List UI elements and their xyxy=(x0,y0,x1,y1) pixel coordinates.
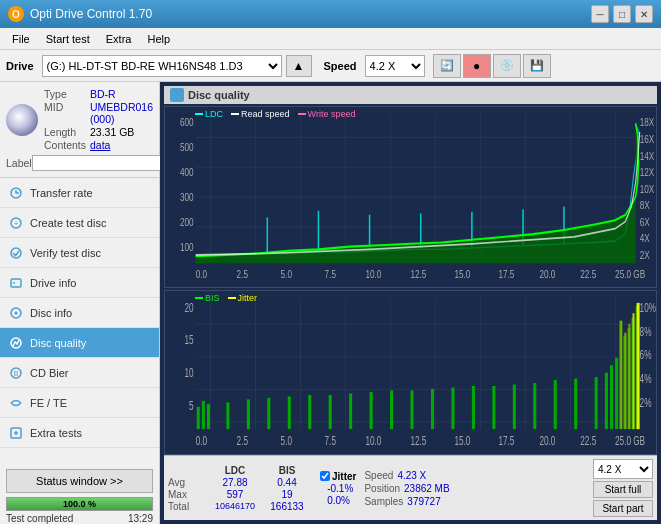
chart2-svg: 20 15 10 5 10% 8% 6% 4% 2% 0.0 2.5 5.0 7… xyxy=(165,291,656,454)
svg-rect-73 xyxy=(370,392,373,429)
status-time: 13:29 xyxy=(128,513,153,524)
cd-bier-icon: B xyxy=(8,365,24,381)
ldc-avg: 27.88 xyxy=(210,477,260,488)
chart1: LDC Read speed Write speed xyxy=(164,106,657,288)
disc-quality-header: Disc quality xyxy=(164,86,657,104)
svg-text:20: 20 xyxy=(185,301,194,314)
speed-select[interactable]: 4.2 X 2.0 X 8.0 X xyxy=(365,55,425,77)
svg-text:12X: 12X xyxy=(640,166,655,179)
svg-text:15.0: 15.0 xyxy=(454,435,470,448)
speed-select-stat[interactable]: 4.2 X 2.0 X 8.0 X xyxy=(593,459,653,479)
legend-write-speed: Write speed xyxy=(308,109,356,119)
svg-text:12.5: 12.5 xyxy=(411,268,427,281)
drive-info-label: Drive info xyxy=(30,277,76,289)
nav-transfer-rate[interactable]: Transfer rate xyxy=(0,178,159,208)
svg-text:8%: 8% xyxy=(640,325,652,338)
ldc-total: 10646170 xyxy=(210,501,260,512)
disc-icon xyxy=(6,104,38,136)
save-button[interactable]: 💾 xyxy=(523,54,551,78)
svg-text:20.0: 20.0 xyxy=(539,435,555,448)
svg-text:300: 300 xyxy=(180,191,194,204)
svg-text:10.0: 10.0 xyxy=(365,268,381,281)
nav-disc-quality[interactable]: Disc quality xyxy=(0,328,159,358)
nav-verify-test-disc[interactable]: Verify test disc xyxy=(0,238,159,268)
refresh-button[interactable]: 🔄 xyxy=(433,54,461,78)
disc-button[interactable]: 💿 xyxy=(493,54,521,78)
disc-length-value: 23.31 GB xyxy=(90,126,153,138)
disc-quality-icon xyxy=(170,88,184,102)
svg-rect-67 xyxy=(247,399,250,429)
test-button[interactable]: ● xyxy=(463,54,491,78)
svg-text:6%: 6% xyxy=(640,348,652,361)
legend-ldc: LDC xyxy=(205,109,223,119)
svg-text:2%: 2% xyxy=(640,396,652,409)
svg-rect-65 xyxy=(207,404,210,429)
svg-text:100: 100 xyxy=(180,241,194,254)
nav-disc-info[interactable]: Disc info xyxy=(0,298,159,328)
eject-button[interactable]: ▲ xyxy=(286,55,312,77)
svg-rect-66 xyxy=(226,402,229,429)
menu-file[interactable]: File xyxy=(4,31,38,47)
maximize-button[interactable]: □ xyxy=(613,5,631,23)
total-label: Total xyxy=(168,501,208,512)
drive-label: Drive xyxy=(6,60,34,72)
drive-info-icon xyxy=(8,275,24,291)
svg-rect-76 xyxy=(431,389,434,429)
svg-text:22.5: 22.5 xyxy=(580,268,596,281)
sidebar: Type BD-R MID UMEBDR016 (000) Length 23.… xyxy=(0,82,160,524)
svg-rect-82 xyxy=(554,380,557,429)
svg-text:6X: 6X xyxy=(640,216,650,229)
transfer-rate-label: Transfer rate xyxy=(30,187,93,199)
jitter-checkbox[interactable] xyxy=(320,471,330,481)
progress-bar-container: 100.0 % xyxy=(6,497,153,511)
svg-text:2.5: 2.5 xyxy=(237,435,249,448)
start-full-button[interactable]: Start full xyxy=(593,481,653,498)
svg-text:5.0: 5.0 xyxy=(281,268,293,281)
svg-rect-64 xyxy=(202,401,205,429)
disc-quality-nav-icon xyxy=(8,335,24,351)
stats-panel: LDC BIS Avg 27.88 0.44 Max 597 19 Total … xyxy=(164,455,657,520)
mid-label: MID xyxy=(44,101,88,125)
svg-text:7.5: 7.5 xyxy=(325,268,336,281)
svg-text:14X: 14X xyxy=(640,149,655,162)
nav-extra-tests[interactable]: Extra tests xyxy=(0,418,159,448)
drive-select[interactable]: (G:) HL-DT-ST BD-RE WH16NS48 1.D3 xyxy=(42,55,282,77)
create-test-disc-icon: + xyxy=(8,215,24,231)
max-label: Max xyxy=(168,489,208,500)
bis-total: 166133 xyxy=(262,501,312,512)
close-button[interactable]: ✕ xyxy=(635,5,653,23)
svg-rect-95 xyxy=(628,323,630,428)
title-text: Opti Drive Control 1.70 xyxy=(30,7,591,21)
svg-text:12.5: 12.5 xyxy=(411,435,427,448)
disc-quality-title: Disc quality xyxy=(188,89,250,101)
menu-help[interactable]: Help xyxy=(139,31,178,47)
label-input[interactable] xyxy=(32,155,161,171)
status-completed: Test completed xyxy=(6,513,73,524)
menu-start-test[interactable]: Start test xyxy=(38,31,98,47)
position-value: 23862 MB xyxy=(404,483,450,494)
svg-rect-78 xyxy=(472,386,475,429)
svg-text:400: 400 xyxy=(180,166,194,179)
svg-rect-86 xyxy=(610,365,613,429)
cd-bier-label: CD Bier xyxy=(30,367,69,379)
nav-create-test-disc[interactable]: + Create test disc xyxy=(0,208,159,238)
nav-fe-te[interactable]: FE / TE xyxy=(0,388,159,418)
chart1-svg: 600 500 400 300 200 100 18X 16X 14X 12X … xyxy=(165,107,656,287)
svg-rect-96 xyxy=(632,313,634,429)
menu-extra[interactable]: Extra xyxy=(98,31,140,47)
svg-text:600: 600 xyxy=(180,116,194,129)
svg-text:15.0: 15.0 xyxy=(454,268,470,281)
nav-drive-info[interactable]: Drive info xyxy=(0,268,159,298)
svg-text:10.0: 10.0 xyxy=(365,435,381,448)
disc-info-panel: Type BD-R MID UMEBDR016 (000) Length 23.… xyxy=(0,82,159,178)
svg-text:4%: 4% xyxy=(640,372,652,385)
start-part-button[interactable]: Start part xyxy=(593,500,653,517)
status-window-button[interactable]: Status window >> xyxy=(6,469,153,493)
svg-text:17.5: 17.5 xyxy=(498,268,514,281)
samples-value: 379727 xyxy=(407,496,440,507)
svg-rect-85 xyxy=(605,372,608,428)
drive-bar: Drive (G:) HL-DT-ST BD-RE WH16NS48 1.D3 … xyxy=(0,50,661,82)
position-label: Position xyxy=(364,483,400,494)
minimize-button[interactable]: ─ xyxy=(591,5,609,23)
nav-cd-bier[interactable]: B CD Bier xyxy=(0,358,159,388)
